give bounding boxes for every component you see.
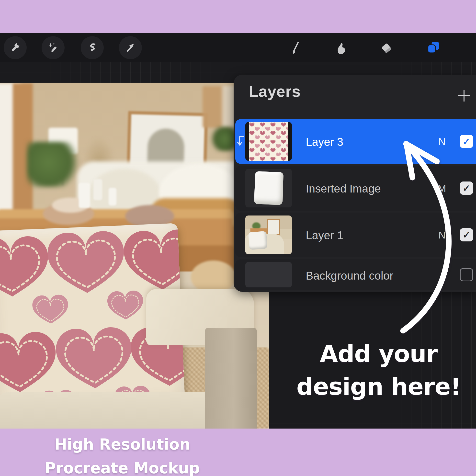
eraser-button[interactable] (377, 39, 396, 57)
layer-name[interactable]: Layer 1 (306, 229, 343, 242)
layer-row-layer3[interactable]: Layer 3 N ✓ (235, 119, 476, 164)
layer-thumbnail-pillow[interactable] (245, 169, 292, 207)
footer-caption: High Resolution Procreate Mockup (0, 432, 245, 476)
layers-icon (425, 40, 441, 56)
layer-visibility-checkbox[interactable]: ✓ (460, 228, 473, 241)
layer-row-inserted-image[interactable]: Inserted Image M ✓ (235, 166, 476, 211)
annotation-line1: Add your (281, 338, 476, 370)
layer-visibility-checkbox[interactable]: ✓ (460, 135, 473, 148)
layer-name[interactable]: Background color (306, 269, 393, 282)
artwork-room-photo (0, 83, 269, 428)
transform-button[interactable] (119, 36, 142, 59)
actions-button[interactable] (4, 36, 27, 59)
footer-line1: High Resolution (0, 432, 245, 456)
blend-mode-button[interactable]: M (431, 183, 453, 194)
magic-wand-icon (47, 42, 59, 54)
top-toolbar (0, 33, 476, 62)
brush-icon (288, 41, 303, 56)
wrench-icon (9, 42, 21, 54)
blend-mode-button[interactable]: N (431, 136, 453, 147)
selection-button[interactable] (81, 36, 104, 59)
eraser-icon (379, 41, 394, 56)
add-layer-button[interactable] (457, 88, 471, 103)
add-design-annotation: Add your design here! (281, 338, 476, 403)
layer-name[interactable]: Inserted Image (306, 182, 381, 195)
layer-thumbnail-background[interactable] (245, 262, 292, 288)
layer-visibility-checkbox[interactable] (460, 268, 473, 281)
stool (191, 260, 236, 293)
layers-panel: Layers (234, 75, 476, 292)
selection-s-icon (86, 42, 98, 54)
layers-panel-title: Layers (249, 83, 301, 101)
layer-visibility-checkbox[interactable]: ✓ (460, 182, 473, 195)
layer-row-background-color[interactable]: Background color (235, 259, 476, 290)
blend-mode-button[interactable]: N (431, 230, 453, 241)
transform-arrow-icon (124, 42, 136, 54)
brush-button[interactable] (286, 39, 305, 57)
plant (27, 142, 81, 187)
layer-thumbnail-hearts[interactable] (245, 122, 292, 161)
corner-down-arrow-icon (237, 135, 245, 149)
layers-button[interactable] (424, 39, 442, 57)
layer-thumbnail-room[interactable] (245, 216, 292, 254)
smudge-finger-icon (333, 41, 349, 56)
footer-line2: Procreate Mockup (0, 456, 245, 476)
smudge-button[interactable] (332, 39, 350, 57)
layer-row-layer1[interactable]: Layer 1 N ✓ (235, 213, 476, 257)
annotation-line2: design here! (281, 370, 476, 403)
sofa-seat (0, 392, 215, 428)
adjustments-button[interactable] (42, 36, 65, 59)
layer-name[interactable]: Layer 3 (306, 135, 343, 149)
procreate-mockup-screenshot: { "colors": { "accent_blue": "#1d6bf3", … (0, 0, 476, 476)
